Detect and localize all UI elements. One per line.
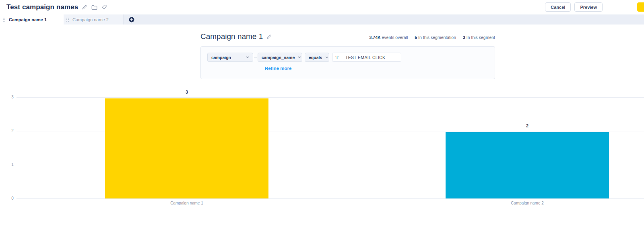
y-axis-tick: 2 [10, 129, 15, 133]
drag-handle-icon[interactable] [66, 17, 69, 22]
x-axis-category-label: Campaign name 2 [487, 201, 568, 205]
bar-campaign-name-1[interactable] [105, 98, 268, 198]
text-type-icon: T [332, 53, 342, 61]
top-bar: Test campaign names Cancel Preview Save [0, 0, 644, 14]
tab-campaign-name-1[interactable]: Campaign name 1 [0, 14, 64, 25]
y-axis-tick: 3 [10, 95, 15, 99]
gridline [17, 198, 644, 199]
stat-events-overall: 3.74K events overall [369, 35, 408, 40]
tab-label: Campaign name 2 [72, 17, 109, 22]
stat-in-segment: 3 In this segment [463, 35, 495, 40]
plus-icon [129, 17, 134, 22]
chevron-down-icon [246, 56, 249, 58]
filter-panel: campaign campaign_name equals T Refine m… [200, 46, 495, 79]
tab-campaign-name-2[interactable]: Campaign name 2 [64, 14, 124, 25]
save-button[interactable]: Save [637, 2, 644, 12]
segment-bar-chart: 01233Campaign name 12Campaign name 2 [0, 84, 644, 205]
chevron-down-icon [325, 56, 328, 58]
bar-value-label: 3 [167, 90, 207, 94]
edit-segment-title-icon[interactable] [266, 34, 272, 39]
cancel-button[interactable]: Cancel [545, 2, 571, 12]
stat-in-segmentation: 5 In this segmentation [415, 35, 456, 40]
filter-value-group: T [332, 53, 401, 62]
add-segment-button[interactable] [124, 14, 140, 25]
chevron-down-icon [298, 56, 301, 58]
edit-title-icon[interactable] [82, 4, 87, 10]
bar-campaign-name-2[interactable] [446, 132, 609, 198]
bar-value-label: 2 [507, 123, 547, 128]
y-axis-tick: 1 [10, 162, 15, 167]
segment-tab-bar: Campaign name 1 Campaign name 2 [0, 14, 644, 25]
condition-connector [254, 57, 257, 57]
gridline [17, 97, 644, 98]
y-axis-tick: 0 [10, 196, 15, 200]
segment-stats: 3.74K events overall 5 In this segmentat… [369, 35, 495, 40]
folder-icon[interactable] [91, 5, 97, 10]
event-type-dropdown[interactable]: campaign [207, 53, 253, 62]
tab-label: Campaign name 1 [9, 17, 47, 22]
operator-dropdown[interactable]: equals [305, 53, 329, 62]
segmentation-editor-page: Test campaign names Cancel Preview Save [0, 0, 644, 229]
page-title: Test campaign names [6, 3, 78, 11]
refine-more-link[interactable]: Refine more [265, 66, 291, 71]
segment-title: Campaign name 1 [200, 32, 263, 41]
filter-value-input[interactable] [342, 53, 401, 61]
property-dropdown[interactable]: campaign_name [258, 53, 302, 62]
preview-button[interactable]: Preview [574, 2, 603, 12]
x-axis-category-label: Campaign name 1 [147, 201, 227, 205]
drag-handle-icon[interactable] [2, 17, 6, 22]
tag-icon[interactable] [101, 4, 107, 10]
